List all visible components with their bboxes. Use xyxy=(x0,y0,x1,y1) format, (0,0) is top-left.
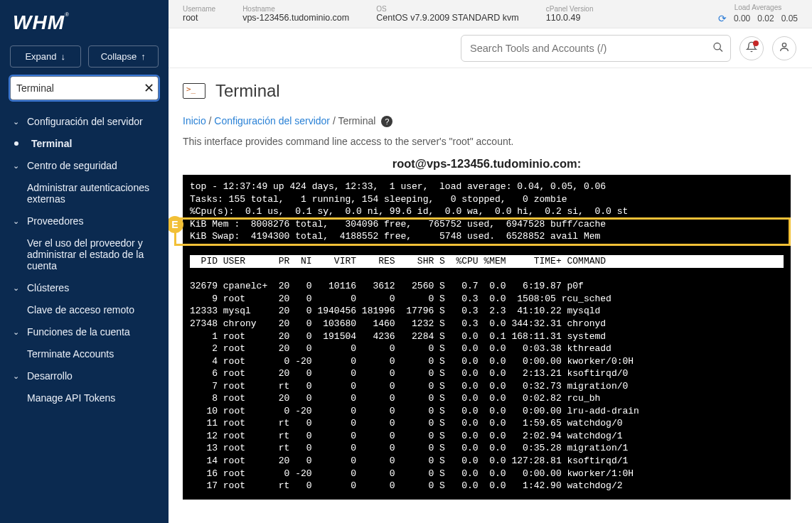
intro-text: This interface provides command line acc… xyxy=(183,136,791,147)
expand-label: Expand xyxy=(25,51,56,62)
active-dot-icon xyxy=(14,141,18,146)
main-toolbar xyxy=(169,28,812,68)
svg-point-0 xyxy=(714,43,720,49)
load-5m: 0.02 xyxy=(757,14,774,23)
chevron-down-icon: ⌄ xyxy=(13,372,21,381)
global-search-input[interactable] xyxy=(461,35,731,62)
os-col: OS CentOS v7.9.2009 STANDARD kvm xyxy=(376,5,519,23)
sidebar-search-input[interactable] xyxy=(10,76,159,100)
page-title: Terminal xyxy=(215,81,280,101)
expand-button[interactable]: Expand ↓ xyxy=(10,45,81,68)
chevron-down-icon: ⌄ xyxy=(13,284,21,293)
sidebar-item[interactable]: Ver el uso del proveedor y administrar e… xyxy=(0,232,169,276)
arrow-up-icon: ↑ xyxy=(141,51,146,62)
sidebar-item[interactable]: Clave de acceso remoto xyxy=(0,299,169,320)
sidebar-item[interactable]: Terminate Accounts xyxy=(0,343,169,365)
sidebar-item-label: Clave de acceso remoto xyxy=(27,304,134,316)
sidebar-item[interactable]: Terminal xyxy=(0,133,169,154)
svg-point-2 xyxy=(782,43,786,47)
sidebar-item-label: Terminate Accounts xyxy=(27,348,114,360)
crumb-current: Terminal xyxy=(338,115,375,126)
terminal-table-rows: 32679 cpanelc+ 20 0 10116 3612 2560 S 0.… xyxy=(190,281,639,491)
refresh-icon[interactable]: ⟳ xyxy=(718,13,727,24)
chevron-down-icon: ⌄ xyxy=(13,217,21,226)
notification-dot-icon xyxy=(753,41,759,46)
terminal-table-header: PID USER PR NI VIRT RES SHR S %CPU %MEM … xyxy=(190,255,784,268)
terminal-host-title: root@vps-123456.tudominio.com: xyxy=(183,157,791,171)
crumb-section[interactable]: Configuración del servidor xyxy=(214,115,330,126)
collapse-label: Collapse xyxy=(101,51,137,62)
sidebar-group-label: Desarrollo xyxy=(27,370,73,382)
breadcrumb: Inicio / Configuración del servidor / Te… xyxy=(183,115,791,127)
annotation-badge: E xyxy=(169,216,183,233)
sidebar-item[interactable]: Administrar autenticaciones externas xyxy=(0,177,169,210)
help-icon[interactable]: ? xyxy=(381,116,392,127)
sidebar-group-label: Funciones de la cuenta xyxy=(27,326,130,338)
search-icon[interactable] xyxy=(712,41,724,55)
chevron-down-icon: ⌄ xyxy=(13,161,21,171)
sidebar-item-label: Manage API Tokens xyxy=(27,392,115,404)
clear-search-icon[interactable]: ✕ xyxy=(144,80,154,96)
load-1m: 0.00 xyxy=(734,14,750,23)
top-info-bar: Username root Hostname vps-123456.tudomi… xyxy=(169,0,812,28)
load-averages-col: Load Averages ⟳ 0.00 0.02 0.05 xyxy=(718,4,798,24)
sidebar-group-header[interactable]: ⌄Clústeres xyxy=(0,276,169,299)
username-col: Username root xyxy=(183,5,215,23)
chevron-down-icon: ⌄ xyxy=(13,117,21,126)
sidebar-item-label: Terminal xyxy=(31,138,72,149)
sidebar-item-label: Ver el uso del proveedor y administrar e… xyxy=(27,237,156,271)
sidebar-group-label: Clústeres xyxy=(27,282,69,293)
sidebar-item[interactable]: Manage API Tokens xyxy=(0,387,169,409)
terminal-icon xyxy=(183,83,205,99)
cpanel-version-col: cPanel Version 110.0.49 xyxy=(546,5,594,23)
chevron-down-icon: ⌄ xyxy=(13,328,21,337)
crumb-home[interactable]: Inicio xyxy=(183,115,206,126)
sidebar-group-header[interactable]: ⌄Funciones de la cuenta xyxy=(0,320,169,343)
hostname-col: Hostname vps-123456.tudominio.com xyxy=(242,5,349,23)
sidebar-group-label: Centro de seguridad xyxy=(27,160,117,171)
sidebar-group-header[interactable]: ⌄Desarrollo xyxy=(0,365,169,387)
page-content: Terminal Inicio / Configuración del serv… xyxy=(169,68,812,523)
collapse-button[interactable]: Collapse ↑ xyxy=(88,45,159,68)
user-icon xyxy=(779,41,790,55)
svg-line-1 xyxy=(720,48,722,51)
sidebar-group-label: Proveedores xyxy=(27,215,83,227)
sidebar-nav: ⌄Configuración del servidorTerminal⌄Cent… xyxy=(0,107,169,523)
account-button[interactable] xyxy=(772,36,796,60)
arrow-down-icon: ↓ xyxy=(61,51,66,62)
whm-logo: WHM® xyxy=(0,0,169,38)
terminal-output[interactable]: top - 12:37:49 up 424 days, 12:33, 1 use… xyxy=(183,175,791,500)
sidebar: WHM® Expand ↓ Collapse ↑ ✕ ⌄Configuració… xyxy=(0,0,169,523)
sidebar-group-label: Configuración del servidor xyxy=(27,116,143,127)
notifications-button[interactable] xyxy=(739,36,764,60)
sidebar-group-header[interactable]: ⌄Centro de seguridad xyxy=(0,154,169,177)
sidebar-item-label: Administrar autenticaciones externas xyxy=(27,182,156,205)
load-15m: 0.05 xyxy=(781,14,798,23)
sidebar-group-header[interactable]: ⌄Proveedores xyxy=(0,210,169,232)
sidebar-group-header[interactable]: ⌄Configuración del servidor xyxy=(0,110,169,133)
